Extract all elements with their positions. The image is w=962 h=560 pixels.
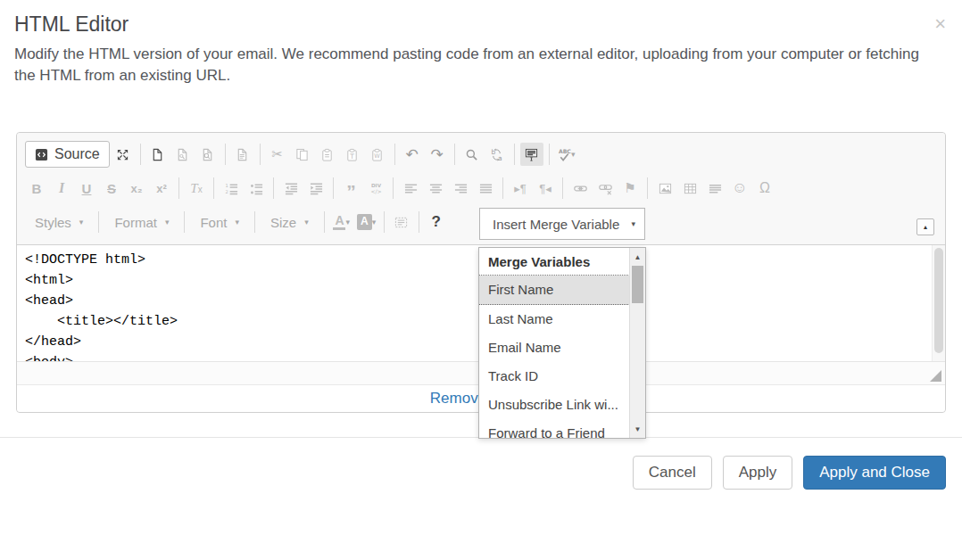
horizontal-rule-icon — [709, 182, 722, 195]
source-icon — [35, 148, 48, 161]
insert-merge-variable-combo[interactable]: Insert Merge Variable ▾ — [479, 208, 645, 240]
document-properties-button — [231, 143, 254, 166]
paste-word-icon: W — [370, 148, 384, 161]
toolbar-separator — [514, 144, 515, 165]
paste-icon — [320, 148, 334, 161]
special-char-button: Ω — [753, 177, 776, 200]
scroll-up-icon[interactable]: ▲ — [630, 250, 645, 264]
toolbar-separator — [454, 144, 455, 165]
cut-icon: ✂ — [271, 146, 283, 162]
dropdown-scrollbar-thumb[interactable] — [632, 266, 643, 303]
styles-label: Styles — [35, 215, 71, 230]
blockquote-button: ” — [339, 177, 362, 200]
collapse-toolbar-button[interactable]: ▴ — [916, 218, 934, 235]
toolbar-separator — [562, 177, 563, 199]
select-all-button[interactable] — [520, 143, 543, 166]
merge-item-email-name[interactable]: Email Name — [479, 334, 630, 362]
source-button[interactable]: Source — [25, 141, 110, 168]
svg-text:2: 2 — [225, 189, 228, 194]
apply-button[interactable]: Apply — [723, 456, 793, 490]
dialog-header: HTML Editor Modify the HTML version of y… — [14, 12, 926, 87]
scroll-down-icon[interactable]: ▼ — [630, 422, 645, 436]
cancel-button[interactable]: Cancel — [633, 456, 712, 490]
spell-check-button[interactable]: ABC▾ — [555, 143, 578, 166]
toolbar-separator — [419, 211, 419, 233]
align-right-icon — [454, 182, 468, 195]
dropdown-scrollbar[interactable]: ▲ ▼ — [629, 248, 645, 438]
anchor-button: ⚑ — [618, 177, 642, 200]
anchor-icon: ⚑ — [624, 180, 635, 196]
italic-button: I — [50, 177, 73, 200]
indent-button — [304, 177, 328, 200]
new-page-icon — [151, 148, 164, 161]
about-button[interactable]: ? — [425, 210, 448, 234]
image-icon — [659, 182, 672, 195]
spell-check-icon: ABC — [558, 148, 571, 161]
code-line: <title></title> — [25, 311, 927, 332]
format-combo: Format▾ — [104, 210, 178, 234]
merge-item-first-name[interactable]: First Name — [479, 276, 630, 305]
italic-icon: I — [59, 180, 64, 196]
font-label: Font — [200, 215, 227, 230]
preview-icon — [201, 148, 214, 161]
bidi-ltr-button: ▸¶ — [509, 177, 532, 200]
find-button[interactable] — [460, 143, 484, 166]
toolbar-separator — [254, 211, 255, 233]
bold-icon: B — [32, 181, 42, 196]
copy-button — [291, 143, 314, 166]
find-icon — [465, 148, 478, 161]
align-justify-icon — [479, 182, 493, 195]
merge-item-unsubscribe-link-wi[interactable]: Unsubscribe Link wi... — [479, 391, 630, 419]
redo-icon: ↷ — [431, 147, 444, 162]
merge-item-last-name[interactable]: Last Name — [479, 305, 630, 334]
close-icon[interactable]: × — [934, 14, 946, 34]
resize-handle-icon[interactable] — [930, 370, 941, 382]
toolbar-separator — [333, 177, 334, 199]
code-line: </head> — [25, 332, 927, 352]
subscript-icon: x₂ — [130, 182, 142, 195]
maximize-icon — [116, 148, 129, 161]
strikethrough-icon: S — [107, 181, 116, 196]
chevron-down-icon: ▾ — [79, 218, 84, 226]
chevron-down-icon: ▾ — [235, 218, 239, 226]
create-div-button: DIV</> — [364, 177, 387, 200]
bulleted-list-icon — [250, 182, 263, 195]
page-title: HTML Editor — [14, 12, 926, 37]
toolbar-separator — [324, 211, 325, 233]
bidi-ltr-icon: ▸¶ — [514, 182, 527, 195]
undo-button[interactable]: ↶ — [401, 143, 424, 166]
strikethrough-button: S — [100, 177, 123, 200]
code-scrollbar[interactable] — [932, 245, 945, 361]
insert-merge-variable-label: Insert Merge Variable — [493, 217, 619, 232]
code-line: <!DOCTYPE html> — [25, 250, 927, 270]
toolbar-separator — [502, 177, 503, 199]
toolbar-separator — [273, 177, 274, 199]
align-left-icon — [404, 182, 418, 195]
bg-color-icon: A — [357, 214, 372, 229]
bold-button: B — [25, 177, 48, 200]
maximize-button[interactable] — [112, 143, 135, 166]
merge-item-forward-to-a-friend[interactable]: Forward to a Friend — [479, 419, 630, 438]
paste-button — [316, 143, 339, 166]
replace-button[interactable]: ba — [485, 143, 509, 166]
dialog-description: Modify the HTML version of your email. W… — [14, 44, 926, 87]
paste-text-button: T — [341, 143, 364, 166]
apply-and-close-button[interactable]: Apply and Close — [803, 456, 946, 490]
svg-text:T: T — [349, 152, 354, 160]
numbered-list-icon: 12 — [225, 182, 238, 195]
remove-format-button: Tx — [185, 177, 208, 200]
redo-button[interactable]: ↷ — [426, 143, 449, 166]
preview-button — [196, 143, 220, 166]
about-icon: ? — [432, 213, 441, 231]
new-page-button[interactable] — [146, 143, 170, 166]
font-combo: Font▾ — [190, 210, 249, 234]
toolbar-separator — [384, 211, 385, 233]
svg-text:DIV: DIV — [370, 183, 381, 188]
toolbar-separator — [647, 177, 648, 199]
outdent-button — [279, 177, 303, 200]
paste-word-button: W — [366, 143, 389, 166]
toolbar-separator — [393, 177, 394, 199]
text-color-icon: A — [333, 214, 345, 230]
code-scrollbar-thumb[interactable] — [934, 248, 943, 353]
merge-item-track-id[interactable]: Track ID — [479, 362, 630, 391]
